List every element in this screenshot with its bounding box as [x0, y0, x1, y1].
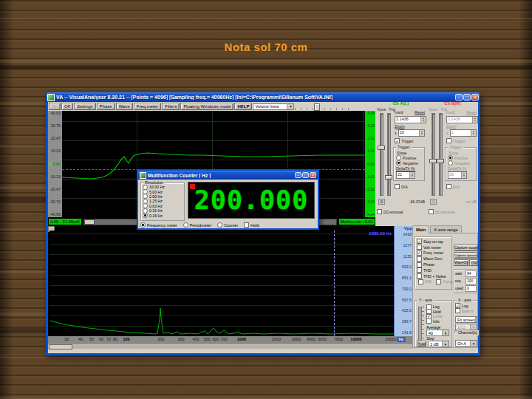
counter-mode-radio[interactable]: Periodmeter	[183, 222, 211, 228]
dcremoval-checkbox[interactable]: DCremoval	[377, 209, 403, 214]
volume-select[interactable]: Volume linea	[253, 103, 294, 110]
counter-mode-radio[interactable]: Frequency meter	[140, 222, 177, 228]
hold-checkbox[interactable]: Hold	[244, 222, 259, 228]
x-log-checkbox[interactable]: Log	[454, 303, 477, 308]
toolbar-button[interactable]: Freq.meter	[134, 103, 161, 110]
trigger-checkbox[interactable]: Trigger	[395, 138, 425, 143]
trig-slider[interactable]	[387, 113, 391, 196]
maximize-icon[interactable]: ▢	[463, 94, 471, 100]
slope-positive-radio[interactable]: Positive	[394, 155, 424, 160]
step-select[interactable]: 1 dB	[428, 341, 449, 347]
toolbar-button[interactable]: Filters	[162, 103, 180, 110]
checkbox-icon	[455, 303, 460, 308]
frequency-tick-label: 700	[220, 337, 227, 342]
msd-spinner[interactable]: 2.1436	[395, 116, 426, 123]
auto-button[interactable]: Auto	[417, 341, 426, 347]
zoom-x-label: x	[446, 131, 449, 135]
counter-mode-row: Frequency meter Periodmeter Counter Hold	[140, 221, 318, 229]
da-checkbox[interactable]: D/A	[395, 184, 425, 189]
option-checkbox[interactable]: THD	[415, 267, 451, 273]
start-fr-checkbox[interactable]: Start fr.	[454, 308, 477, 313]
settings-tab[interactable]: Main	[412, 225, 429, 233]
frequency-tick-label: 100	[123, 337, 129, 342]
main-tab-body: Stay on top Volt meter Freq. meter Wave …	[412, 233, 478, 348]
option-checkbox[interactable]: Phase	[415, 262, 451, 267]
counter-mode-radio[interactable]: Counter	[217, 222, 238, 228]
toolbar-button[interactable]: HELP	[234, 103, 252, 110]
frequency-tick-label: 500	[203, 337, 210, 342]
fit-screen-select[interactable]: Fit screen	[455, 316, 477, 323]
minimize-icon[interactable]: –	[295, 172, 301, 178]
option-checkbox[interactable]: Freq. meter	[415, 250, 451, 256]
vpos-slider[interactable]	[432, 113, 435, 196]
y-axis-checkbox[interactable]: Info	[426, 319, 442, 324]
trigger-checkbox[interactable]: Trigger	[446, 138, 477, 143]
dialog-titlebar[interactable]: Multifunction Counter [ Hz ] – ▢ ✕	[138, 171, 318, 180]
spectrum-scrollbar-thumb[interactable]	[49, 344, 72, 349]
toolbar-button[interactable]: Settings	[74, 103, 96, 110]
scope-scrollbar-thumb[interactable]	[84, 219, 95, 225]
volume-slider[interactable]	[295, 103, 354, 110]
option-checkbox[interactable]: THD + Noise	[415, 273, 451, 279]
zoom-spinner[interactable]: 20	[398, 129, 425, 137]
spinner-arrows-icon[interactable]	[461, 172, 466, 178]
spinner-arrows-icon[interactable]	[472, 117, 477, 123]
frequency-tick-label: 20000	[385, 337, 396, 342]
capture-scope-button[interactable]: Capture scope	[454, 245, 478, 251]
close-icon[interactable]: ✕	[310, 172, 316, 178]
minimize-icon[interactable]: –	[455, 94, 463, 100]
comp-checkbox[interactable]: Comp	[434, 279, 453, 285]
close-icon[interactable]: ✕	[471, 94, 479, 100]
dcremoval-checkbox[interactable]: DCremoval	[429, 209, 455, 214]
checkbox-icon	[418, 279, 423, 284]
toolbar-button[interactable]: Wave	[116, 103, 133, 110]
vpos-slider[interactable]	[380, 113, 383, 196]
delta-th-spinner[interactable]: 26	[448, 171, 467, 179]
maximize-icon[interactable]: ▢	[302, 172, 309, 178]
toolbar-button[interactable]: Off	[61, 103, 73, 110]
vpos-slider-handle[interactable]	[429, 159, 437, 163]
channel-select[interactable]: Ch A	[455, 340, 477, 347]
info-button[interactable]: Info	[469, 259, 478, 266]
checkbox-icon	[417, 239, 422, 244]
option-checkbox[interactable]: Wave Gen.	[415, 256, 451, 262]
vpos-slider-handle[interactable]	[378, 146, 385, 150]
chevron-down-icon	[442, 330, 449, 335]
capture-spectrum-button[interactable]: Capture spectrum	[454, 252, 478, 259]
ihd-checkbox[interactable]: IHD	[417, 279, 432, 285]
msd-spinner[interactable]: 2.1436	[446, 116, 478, 123]
ratio-select[interactable]: 1/12	[455, 324, 477, 330]
vpp-label: 283.7	[395, 320, 413, 324]
slide-title: Nota sol 70 cm	[0, 41, 532, 53]
spinner-arrows-icon[interactable]	[420, 117, 426, 123]
reset-button[interactable]: Reset	[466, 110, 477, 115]
spectrum-cursor[interactable]	[334, 231, 335, 336]
option-checkbox[interactable]: Volt meter	[415, 245, 451, 250]
checkbox-icon	[446, 184, 451, 189]
slope-negative-radio[interactable]: Negative	[394, 160, 424, 166]
waveon-button[interactable]: WaveOn	[454, 259, 468, 266]
trig-slider[interactable]	[439, 113, 443, 196]
spinner-arrows-icon[interactable]	[409, 172, 415, 178]
resolution-radio[interactable]: 0.16 Hz	[141, 213, 184, 217]
slope-negative-radio[interactable]: Negative	[446, 160, 476, 166]
option-checkbox[interactable]: Stay on top	[415, 239, 451, 245]
zoom-spinner[interactable]: 1	[450, 129, 477, 137]
reset-button[interactable]: Reset	[415, 110, 425, 115]
toolbar-button[interactable]: Floating Windows mode	[180, 103, 233, 110]
da-checkbox[interactable]: D/A	[446, 184, 477, 189]
toolbar-button[interactable]: Phase	[97, 103, 115, 110]
spinner-arrows-icon[interactable]	[419, 130, 424, 136]
spectrum-scrollbar[interactable]	[48, 343, 413, 349]
trig-slider-handle[interactable]	[385, 175, 392, 180]
trig-slider-handle[interactable]	[437, 159, 444, 163]
average-select[interactable]: 40	[426, 330, 449, 336]
volume-slider-handle[interactable]	[314, 103, 320, 111]
delta-th-spinner[interactable]: 21	[396, 171, 415, 179]
resolution-groupbox: Resolution 10.00 Hz 5.00 Hz 2.50 Hz 1.25…	[140, 183, 185, 221]
vpp-label: 1277	[395, 244, 413, 248]
spinner-arrows-icon[interactable]	[471, 130, 476, 136]
delta-th-label: DeltaTh %:	[396, 166, 415, 171]
toolbar-button[interactable]: On	[49, 103, 61, 110]
slope-positive-radio[interactable]: Positive	[446, 155, 476, 160]
